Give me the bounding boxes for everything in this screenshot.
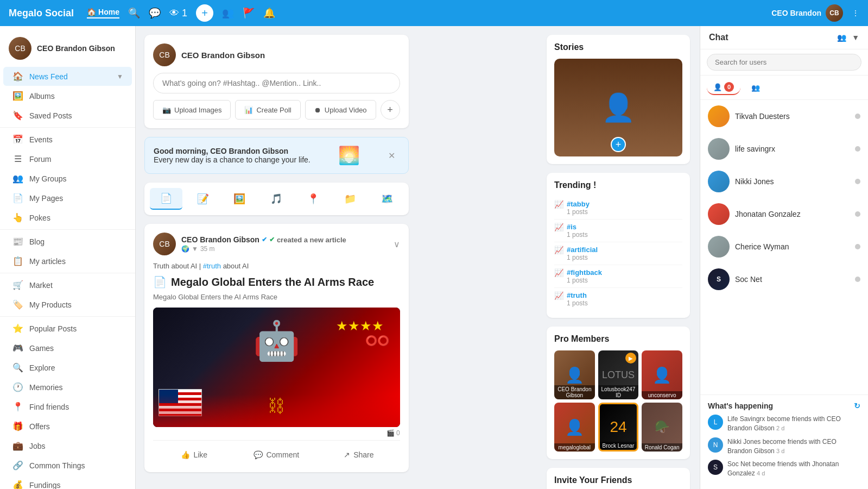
sidebar-item-my-pages[interactable]: 📄 My Pages [3,189,132,208]
tab-location[interactable]: 📍 [297,188,330,210]
main-layout: CB CEO Brandon Gibson 🏠 News Feed ▼ 🖼️ A… [0,0,868,489]
pro-member-ceo[interactable]: 👤 CEO Brandon Gibson [554,350,595,399]
post-add-more-button[interactable]: + [381,100,400,120]
pro-member-brock[interactable]: 24 Brock Lesnar [598,403,639,452]
post-input[interactable] [153,73,400,93]
tab-posts[interactable]: 📄 [150,188,182,210]
pro-member-name: Brock Lesnar [600,442,637,450]
chat-user-jhonatan[interactable]: Jhonatan Gonzalez [700,198,868,230]
create-button[interactable]: + [196,4,213,22]
nav-user[interactable]: CEO Brandon CB [771,4,843,22]
tab-images[interactable]: 🖼️ [224,188,256,210]
article-image[interactable]: 🤖 ★★★★ ⭕⭕ ⛓ [153,308,400,427]
robot-icon: 🤖 [253,318,300,363]
chat-search-input[interactable] [707,54,861,71]
sidebar-item-games[interactable]: 🎮 Games [3,338,132,358]
story-item[interactable]: 👤 + [554,59,682,156]
sidebar-item-events[interactable]: 📅 Events [3,130,132,149]
sidebar-item-forum[interactable]: ☰ Forum [3,149,132,168]
sidebar-label-market: Market [29,281,123,290]
chat-user-lifesaving[interactable]: life savingrx [700,133,868,165]
sidebar-user[interactable]: CB CEO Brandon Gibson [0,33,135,66]
left-sidebar: CB CEO Brandon Gibson 🏠 News Feed ▼ 🖼️ A… [0,26,136,489]
search-icon[interactable]: 🔍 [128,7,140,19]
sidebar-item-offers[interactable]: 🎁 Offers [3,417,132,436]
nav-home[interactable]: 🏠 Home [87,8,119,18]
trending-item-is[interactable]: 📈 #is 1 posts [554,220,682,242]
offers-icon: 🎁 [12,421,24,431]
hashtag-truth-link[interactable]: #truth [203,262,221,270]
share-button[interactable]: ↗ Share [318,446,400,463]
chat-title: Chat [709,33,728,42]
sidebar-item-my-groups[interactable]: 👥 My Groups [3,169,132,188]
stories-title: Stories [554,42,682,52]
chat-user-cherice[interactable]: Cherice Wyman [700,230,868,263]
pro-member-lotus[interactable]: LOTUS ▶ Lotusbook247 ID [598,350,639,399]
pro-member-unconservo[interactable]: 👤 unconservo [642,350,682,399]
brand-logo: Megalo Social [9,8,74,19]
tab-files[interactable]: 📁 [334,188,366,210]
messages-icon[interactable]: 💬 [149,7,161,19]
tab-map[interactable]: 🗺️ [371,188,403,210]
collapse-button[interactable]: ∨ [394,239,400,249]
sidebar-item-explore[interactable]: 🔍 Explore [3,358,132,377]
upload-video-button[interactable]: ⏺ Upload Video [305,100,376,120]
wh-avatar-3: S [708,460,723,475]
chat-user-socnet[interactable]: S Soc Net [700,263,868,296]
comment-button[interactable]: 💬 Comment [236,446,318,463]
create-poll-button[interactable]: 📊 Create Poll [235,100,300,120]
sidebar-item-news-feed[interactable]: 🏠 News Feed ▼ [3,67,132,86]
sidebar-item-pokes[interactable]: 👆 Pokes [3,208,132,227]
stories-card: Stories 👤 + [547,35,690,164]
trending-item-tabby[interactable]: 📈 #tabby 1 posts [554,197,682,220]
trending-item-artificial[interactable]: 📈 #artificial 1 posts [554,242,682,265]
tab-online[interactable]: 👤 0 [707,80,740,95]
pro-member-ronald[interactable]: 🪖 Ronald Cogan [642,403,682,452]
trending-item-truth[interactable]: 📈 #truth 1 posts [554,288,682,310]
article-post-header: CB CEO Brandon Gibson ✔ ✔ created a new … [153,233,400,255]
greeting-emoji: 🌅 [338,145,360,166]
pro-member-megaloglobal[interactable]: 👤 megaloglobal [554,403,595,452]
sidebar-item-my-products[interactable]: 🏷️ My Products [3,295,132,314]
greeting-subtitle: Every new day is a chance to change your… [154,155,311,164]
tab-groups[interactable]: 👥 [745,82,766,94]
sidebar-label-my-groups: My Groups [29,174,123,183]
sidebar-label-common-things: Common Things [29,461,123,470]
albums-icon: 🖼️ [12,91,24,101]
chat-user-avatar [708,171,730,192]
sidebar-item-jobs[interactable]: 💼 Jobs [3,436,132,455]
like-button[interactable]: 👍 Like [153,446,236,463]
add-user-icon[interactable]: 👥 [837,33,846,42]
trending-title: Trending ! [554,180,682,190]
refresh-icon[interactable]: ↻ [854,402,860,410]
flag-icon[interactable]: 🚩 [243,7,255,19]
chat-user-tikvah[interactable]: Tikvah Duesters [700,100,868,133]
tab-music[interactable]: 🎵 [260,188,293,210]
sidebar-item-my-articles[interactable]: 📋 My articles [3,252,132,271]
trending-count: 1 posts [567,254,598,261]
more-menu-icon[interactable]: ⋮ [852,9,859,17]
sidebar-item-popular-posts[interactable]: ⭐ Popular Posts [3,319,132,338]
chevron-down-icon[interactable]: ▼ [852,33,859,42]
chat-user-nikki[interactable]: Nikki Jones [700,165,868,198]
trending-item-fightback[interactable]: 📈 #fightback 1 posts [554,265,682,288]
sidebar-item-memories[interactable]: 🕐 Memories [3,378,132,397]
sidebar-item-blog[interactable]: 📰 Blog [3,232,132,251]
sidebar-item-albums[interactable]: 🖼️ Albums [3,86,132,105]
tab-articles[interactable]: 📝 [187,188,219,210]
sidebar-item-find-friends[interactable]: 📍 Find friends [3,397,132,416]
sidebar-item-saved-posts[interactable]: 🔖 Saved Posts [3,106,132,125]
notifications-icon[interactable]: 🔔 [263,7,275,19]
sidebar-label-forum: Forum [29,155,123,164]
friends-icon[interactable]: 👥 [222,7,234,19]
chat-user-avatar: S [708,268,730,290]
sidebar-item-common-things[interactable]: 🔗 Common Things [3,456,132,475]
sidebar-item-market[interactable]: 🛒 Market [3,275,132,294]
story-add-button[interactable]: + [611,137,626,152]
sidebar-item-fundings[interactable]: 💰 Fundings [3,475,132,489]
greeting-close-button[interactable]: ✕ [388,151,395,161]
views-icon[interactable]: 👁 1 [169,8,187,19]
arrow-icon: ▼ [192,245,198,253]
greeting-content: Good morning, CEO Brandon Gibson Every n… [154,147,311,164]
upload-images-button[interactable]: 📷 Upload Images [153,100,231,120]
